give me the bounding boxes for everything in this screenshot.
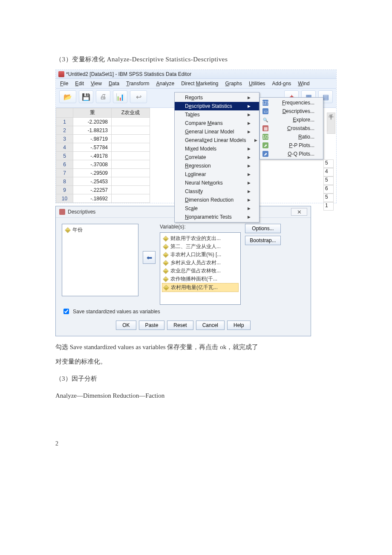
table-row[interactable]: 4-.57784 xyxy=(56,143,150,152)
descriptive-submenu: 123Frequencies... ▭Descriptives... 🔍Expl… xyxy=(259,97,323,159)
submenu-descriptives[interactable]: ▭Descriptives... xyxy=(260,107,323,116)
data-grid[interactable]: 重 Z农业成 1-2.20298 2-1.88213 3-.98719 4-.5… xyxy=(56,108,150,203)
menu-addons[interactable]: Add-ons xyxy=(272,81,291,87)
reset-button[interactable]: Reset xyxy=(167,321,193,330)
menu-correlate[interactable]: Correlate▶ xyxy=(175,153,259,162)
move-left-button[interactable]: ⬅ xyxy=(143,251,156,264)
target-variable-list[interactable]: 财政用于农业的支出... 第二、三产业从业人... 非农村人口比重(%) [..… xyxy=(160,232,241,305)
col-header-2[interactable]: Z农业成 xyxy=(112,108,150,118)
menu-mixed[interactable]: Mixed Models▶ xyxy=(175,145,259,153)
close-button[interactable]: ✕ xyxy=(291,208,307,216)
menu-nonparametric[interactable]: Nonparametric Tests▶ xyxy=(175,213,259,221)
save-standardized-label: Save standardized values as variables xyxy=(73,309,160,315)
open-icon[interactable]: 📂 xyxy=(59,90,76,103)
crosstabs-icon: ▦ xyxy=(262,125,268,131)
table-row[interactable]: 9-.22257 xyxy=(56,186,150,194)
qq-icon: ⬈ xyxy=(262,151,268,157)
menu-compare-means[interactable]: Compare Means▶ xyxy=(175,119,259,127)
table-row[interactable]: 5-.49178 xyxy=(56,152,150,160)
corner-cell xyxy=(56,108,73,118)
source-variable-list[interactable]: 年份 xyxy=(62,224,138,296)
submenu-crosstabs[interactable]: ▦Crosstabs... xyxy=(260,124,323,133)
list-item[interactable]: 年份 xyxy=(64,226,136,234)
save-icon[interactable]: 💾 xyxy=(79,90,93,103)
print-icon[interactable]: 🖨 xyxy=(96,90,110,103)
menu-dimension-reduction[interactable]: Dimension Reduction▶ xyxy=(175,196,259,204)
variable-label: Variable(s): xyxy=(160,224,241,230)
window-title: *Untitled2 [DataSet1] - IBM SPSS Statist… xyxy=(66,71,191,77)
ratio-icon: 1/2 xyxy=(262,134,268,140)
submenu-explore[interactable]: 🔍Explore... xyxy=(260,116,323,124)
undo-icon[interactable]: ↩ xyxy=(130,90,147,103)
doc-paragraph-2: 对变量的标准化。 xyxy=(55,355,337,368)
scale-variable-icon xyxy=(163,244,169,250)
descriptives-icon: ▭ xyxy=(262,108,268,114)
submenu-pp-plots[interactable]: ⬈P-P Plots... xyxy=(260,141,323,150)
cancel-button[interactable]: Cancel xyxy=(196,321,225,330)
options-button[interactable]: Options... xyxy=(245,224,281,233)
menu-tables[interactable]: Tables▶ xyxy=(175,110,259,119)
doc-paragraph-1: 勾选 Save standardized values as variables… xyxy=(55,341,337,353)
list-item[interactable]: 乡村从业人员占农村... xyxy=(162,259,239,267)
scale-variable-icon xyxy=(163,260,169,266)
dialog-title-text: Descriptives xyxy=(68,209,95,215)
menu-neural[interactable]: Neural Networks▶ xyxy=(175,179,259,187)
arrow-left-icon: ⬅ xyxy=(147,254,152,262)
submenu-qq-plots[interactable]: ⬈Q-Q Plots... xyxy=(260,150,323,158)
list-item[interactable]: 农业总产值占农林牧... xyxy=(162,267,239,275)
ok-button[interactable]: OK xyxy=(116,321,136,330)
dialog-button-row: OK Paste Reset Cancel Help xyxy=(56,318,311,336)
close-icon: ✕ xyxy=(297,209,302,215)
table-row[interactable]: 6-.37008 xyxy=(56,160,150,169)
menu-classify[interactable]: Classify▶ xyxy=(175,187,259,196)
list-item[interactable]: 农村用电量(亿千瓦... xyxy=(162,283,239,292)
page-number: 2 xyxy=(55,440,337,447)
scale-variable-icon xyxy=(163,236,169,242)
menu-transform[interactable]: Transform xyxy=(126,81,149,87)
descriptives-dialog: Descriptives ✕ 年份 ⬅ Variable(s): 财政用于农业的… xyxy=(55,206,311,336)
submenu-frequencies[interactable]: 123Frequencies... xyxy=(260,98,323,107)
submenu-ratio[interactable]: 1/2Ratio... xyxy=(260,133,323,141)
save-standardized-checkbox[interactable] xyxy=(63,309,69,314)
col-header-1[interactable]: 重 xyxy=(73,108,112,118)
menu-scale[interactable]: Scale▶ xyxy=(175,204,259,213)
scale-variable-icon xyxy=(163,276,169,282)
menu-file[interactable]: File xyxy=(60,81,68,87)
table-row[interactable]: 3-.98719 xyxy=(56,135,150,143)
help-button[interactable]: Help xyxy=(227,321,251,330)
menu-descriptive-statistics[interactable]: Descriptive Statistics▶ xyxy=(175,102,259,110)
doc-section-2-title: （3）因子分析 xyxy=(55,372,337,385)
side-column: 5 4 5 6 5 1 xyxy=(323,159,334,211)
menu-window[interactable]: Wind xyxy=(298,81,309,87)
analyze-dropdown: Reports▶ Descriptive Statistics▶ Tables▶… xyxy=(174,92,259,223)
menu-genlin[interactable]: Generalized Linear Models▶ xyxy=(175,136,259,145)
menu-reports[interactable]: Reports▶ xyxy=(175,93,259,102)
paste-button[interactable]: Paste xyxy=(139,321,165,330)
table-row[interactable]: 2-1.88213 xyxy=(56,126,150,135)
scale-variable-icon xyxy=(163,252,169,258)
chart-icon[interactable]: 📊 xyxy=(113,90,127,103)
list-item[interactable]: 第二、三产业从业人... xyxy=(162,243,239,251)
menu-direct-marketing[interactable]: Direct Marketing xyxy=(181,81,218,87)
bootstrap-button[interactable]: Bootstrap... xyxy=(245,236,281,245)
list-item[interactable]: 非农村人口比重(%) [... xyxy=(162,251,239,259)
spss-window: *Untitled2 [DataSet1] - IBM SPSS Statist… xyxy=(55,69,337,203)
menu-edit[interactable]: Edit xyxy=(75,81,84,87)
window-titlebar: *Untitled2 [DataSet1] - IBM SPSS Statist… xyxy=(56,70,336,79)
menu-loglinear[interactable]: Loglinear▶ xyxy=(175,170,259,179)
frequencies-icon: 123 xyxy=(262,100,268,106)
table-row[interactable]: 10-.18692 xyxy=(56,194,150,203)
menu-graphs[interactable]: Graphs xyxy=(225,81,242,87)
menu-regression[interactable]: Regression▶ xyxy=(175,162,259,170)
scale-variable-icon xyxy=(163,268,169,274)
table-row[interactable]: 7-.29509 xyxy=(56,169,150,177)
table-row[interactable]: 1-2.20298 xyxy=(56,118,150,126)
menu-data[interactable]: Data xyxy=(109,81,119,87)
list-item[interactable]: 财政用于农业的支出... xyxy=(162,234,239,243)
menu-view[interactable]: View xyxy=(91,81,102,87)
menu-analyze[interactable]: Analyze xyxy=(156,81,174,87)
menu-utilities[interactable]: Utilities xyxy=(249,81,265,87)
list-item[interactable]: 农作物播种面积(千... xyxy=(162,275,239,283)
table-row[interactable]: 8-.25453 xyxy=(56,177,150,186)
menu-glm[interactable]: General Linear Model▶ xyxy=(175,127,259,136)
